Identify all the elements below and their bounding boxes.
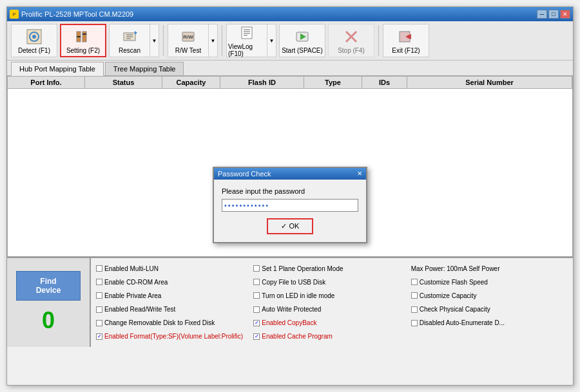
option-checkbox[interactable] [96,292,102,299]
find-device-button[interactable]: Find Device [16,271,81,301]
option-label: Enable CD-ROM Area [104,279,168,286]
option-label: Turn on LED in idle mode [262,292,334,299]
option-item: Enabled Read/Write Test [96,303,253,315]
viewlog-button[interactable]: ViewLog (F10) [226,24,267,57]
tab-bar: Hub Port Mapping Table Tree Mapping Tabl… [7,61,573,76]
option-label: Max Power: 100mA Self Power [411,265,500,272]
table-header: Port Info. Status Capacity Flash ID Type… [8,77,572,89]
option-label: Enabled Format(Type:SF)(Volume Label:Pro… [104,333,243,340]
option-label: Check Physical Capacity [420,306,490,313]
svg-point-4 [32,35,36,39]
detect-label: Detect (F1) [18,47,50,54]
options-panel: Enabled Multi-LUNSet 1 Plane Operation M… [91,258,573,347]
separator-1 [163,25,164,56]
option-label: Enabled Cache Program [262,333,333,340]
viewlog-group: ViewLog (F10) ▼ [226,24,276,57]
dialog-close-button[interactable]: ✕ [357,170,362,177]
detect-button[interactable]: Detect (F1) [11,24,57,57]
rw-test-label: R/W Test [175,47,201,54]
setting-label: Setting (F2) [66,47,100,54]
start-label: Start (SPACE) [282,47,323,54]
option-checkbox[interactable]: ✓ [96,333,102,340]
option-checkbox[interactable] [253,279,260,285]
option-item: Max Power: 100mA Self Power [411,262,568,275]
col-type: Type [304,77,362,88]
rescan-icon [121,28,139,46]
close-button[interactable]: ✕ [560,10,570,19]
dialog-label: Please input the password [222,187,358,195]
password-dialog: Password Check ✕ Please input the passwo… [213,167,367,243]
option-checkbox[interactable] [96,320,102,326]
option-checkbox[interactable] [411,292,418,299]
option-item: Enabled Multi-LUN [96,262,253,275]
password-input[interactable] [222,199,358,212]
tab-hub-port[interactable]: Hub Port Mapping Table [11,62,104,76]
rescan-group: Rescan ▼ [109,24,159,57]
start-icon [293,28,311,46]
option-item: Disabled Auto-Enumerate D... [411,317,568,330]
option-label: Customize Capacity [420,292,477,299]
option-label: Copy File to USB Disk [262,279,325,286]
ok-label: OK [289,222,300,230]
option-checkbox[interactable]: ✓ [253,320,260,326]
option-checkbox[interactable] [253,265,260,272]
rw-test-button[interactable]: R/W R/W Test [168,24,209,57]
option-item: ✓Enabled CopyBack [253,317,410,330]
exit-button[interactable]: Exit (F12) [383,24,429,57]
find-device-section: Find Device 0 [7,258,91,347]
option-label: Enabled Read/Write Test [104,306,175,313]
option-label: Enabled Multi-LUN [104,265,159,272]
separator-3 [378,25,379,56]
option-item [411,330,568,343]
window-title: Prolific PL-2528 MPTool CM.M2209 [21,10,133,18]
svg-text:P: P [13,12,16,17]
minimize-button[interactable]: ─ [537,10,547,19]
dialog-title-bar: Password Check ✕ [214,168,366,180]
col-capacity: Capacity [162,77,220,88]
start-button[interactable]: Start (SPACE) [279,24,325,57]
viewlog-arrow[interactable]: ▼ [267,24,276,57]
option-checkbox[interactable] [253,306,260,313]
viewlog-label: ViewLog (F10) [228,43,266,57]
rescan-button[interactable]: Rescan [109,24,150,57]
option-checkbox[interactable] [411,306,418,313]
dialog-title: Password Check [218,170,271,178]
rescan-label: Rescan [119,47,140,54]
svg-rect-6 [82,32,86,42]
option-checkbox[interactable] [411,320,418,326]
separator-2 [222,25,222,56]
option-item: Turn on LED in idle mode [253,289,410,302]
option-item: Set 1 Plane Operation Mode [253,262,410,275]
setting-button[interactable]: Setting (F2) [60,24,106,57]
option-item: Enable CD-ROM Area [96,275,253,288]
rw-test-group: R/W R/W Test ▼ [168,24,218,57]
exit-label: Exit (F12) [392,47,420,54]
option-checkbox[interactable]: ✓ [253,333,260,340]
option-checkbox[interactable] [96,279,102,285]
tab-tree-mapping[interactable]: Tree Mapping Table [105,62,184,75]
main-window: P Prolific PL-2528 MPTool CM.M2209 ─ □ ✕ [6,6,574,386]
option-item: Enable Private Area [96,289,253,302]
dialog-buttons: ✓ OK [222,218,358,234]
stop-button[interactable]: Stop (F4) [328,24,374,57]
option-item: ✓Enabled Cache Program [253,330,410,343]
option-checkbox[interactable] [411,279,418,285]
window-content: Detect (F1) Setting (F2) [7,21,573,347]
app-icon: P [10,10,19,19]
stop-icon [342,28,360,46]
rescan-arrow[interactable]: ▼ [150,24,159,57]
title-bar: P Prolific PL-2528 MPTool CM.M2209 ─ □ ✕ [7,7,573,21]
option-label: Customize Flash Speed [420,279,488,286]
detect-icon [25,28,43,46]
option-checkbox[interactable] [253,292,260,299]
col-ids: IDs [362,77,407,88]
dialog-ok-button[interactable]: ✓ OK [267,218,314,234]
option-checkbox[interactable] [96,265,102,272]
checkmark-icon: ✓ [281,222,287,230]
svg-text:R/W: R/W [183,34,193,40]
col-port-info: Port Info. [8,77,85,88]
option-checkbox[interactable] [96,306,102,313]
option-label: Auto Write Protected [262,306,321,313]
rw-test-arrow[interactable]: ▼ [209,24,218,57]
maximize-button[interactable]: □ [548,10,559,19]
